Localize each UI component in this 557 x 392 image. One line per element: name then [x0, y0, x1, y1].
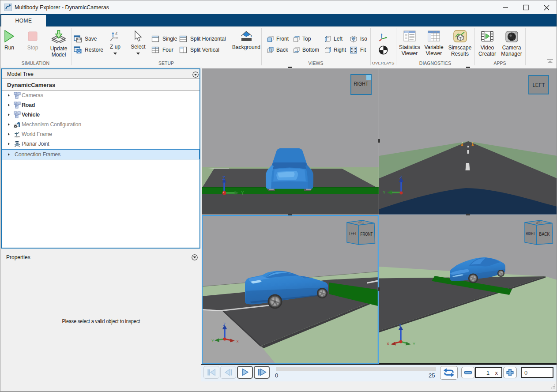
svg-text:Y: Y: [383, 190, 386, 195]
svg-text:Z: Z: [399, 324, 402, 328]
svg-text:Z: Z: [399, 175, 402, 180]
svg-text:LEFT: LEFT: [349, 231, 357, 236]
svg-text:RIGHT: RIGHT: [354, 80, 369, 87]
svg-text:z: z: [115, 30, 118, 35]
svg-text:Y: Y: [413, 342, 415, 346]
svg-text:X: X: [387, 342, 389, 346]
svg-text:Z: Z: [222, 176, 225, 181]
svg-text:RIGHT: RIGHT: [526, 231, 535, 236]
svg-text:LEFT: LEFT: [533, 82, 545, 88]
svg-text:Y: Y: [211, 339, 214, 343]
svg-text:BACK: BACK: [539, 231, 550, 237]
svg-text:Y: Y: [241, 191, 244, 196]
svg-text:x: x: [237, 339, 239, 343]
svg-text:Z: Z: [223, 322, 226, 327]
svg-text:FRONT: FRONT: [361, 231, 373, 237]
